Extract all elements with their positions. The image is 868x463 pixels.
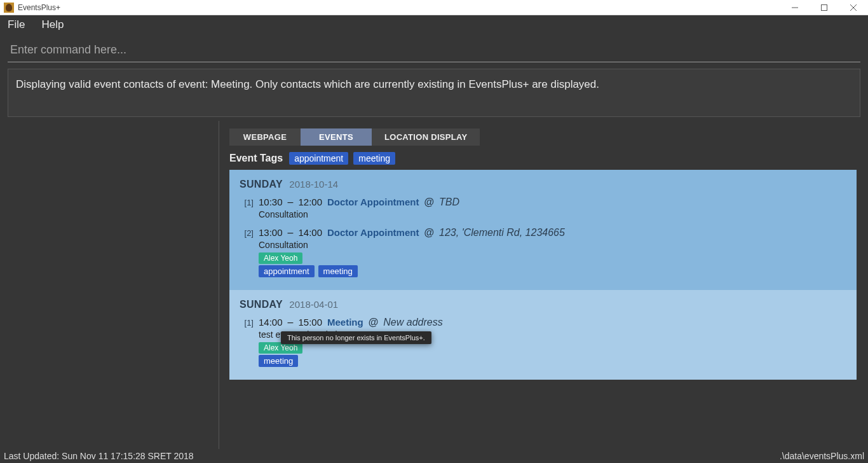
menu-help[interactable]: Help: [37, 17, 67, 32]
event-start: 14:00: [259, 317, 283, 328]
window-title: EventsPlus+: [18, 3, 60, 12]
event-tag-chip[interactable]: meeting: [259, 355, 298, 367]
status-message: Displaying valid event contacts of event…: [8, 69, 860, 117]
event-location: TBD: [439, 197, 459, 208]
event-item[interactable]: [1]10:30–12:00Doctor Appointment@TBDCons…: [229, 195, 857, 226]
minimize-icon: [792, 4, 798, 11]
status-area: Displaying valid event contacts of event…: [0, 65, 868, 121]
maximize-button[interactable]: [810, 0, 839, 15]
event-index: [2]: [240, 228, 254, 238]
event-title: Doctor Appointment: [327, 227, 419, 238]
app-icon: [4, 3, 14, 13]
svg-rect-1: [822, 4, 827, 10]
tab-webpage[interactable]: WEBPAGE: [229, 128, 301, 146]
event-start: 13:00: [259, 227, 283, 238]
events-list: SUNDAY 2018-10-14[1]10:30–12:00Doctor Ap…: [229, 170, 857, 380]
status-last-updated: Last Updated: Sun Nov 11 17:15:28 SRET 2…: [4, 451, 194, 461]
event-index: [1]: [240, 198, 254, 207]
day-section: SUNDAY 2018-10-14[1]10:30–12:00Doctor Ap…: [229, 170, 857, 290]
event-title: Meeting: [327, 317, 363, 328]
event-location: New address: [383, 317, 442, 328]
event-person-chip[interactable]: Alex Yeoh: [259, 252, 302, 264]
menubar: File Help: [0, 15, 868, 34]
day-name: SUNDAY: [240, 179, 283, 190]
window-titlebar: EventsPlus+: [0, 0, 868, 15]
event-start: 10:30: [259, 197, 283, 207]
main-split: WEBPAGE EVENTS LOCATION DISPLAY Event Ta…: [0, 121, 868, 449]
event-end: 12:00: [298, 197, 322, 207]
tabs: WEBPAGE EVENTS LOCATION DISPLAY: [229, 128, 857, 146]
event-end: 15:00: [298, 317, 322, 328]
status-data-path: .\data\eventsPlus.xml: [780, 451, 864, 461]
event-tag[interactable]: meeting: [353, 152, 395, 165]
menu-file[interactable]: File: [4, 17, 29, 32]
tab-events[interactable]: EVENTS: [301, 128, 372, 146]
event-tag-chip[interactable]: appointment: [259, 265, 315, 277]
tab-location-display[interactable]: LOCATION DISPLAY: [372, 128, 480, 146]
maximize-icon: [821, 4, 827, 11]
close-icon: [850, 4, 857, 11]
event-item[interactable]: [2]13:00–14:00Doctor Appointment@123, 'C…: [229, 226, 857, 282]
right-pane: WEBPAGE EVENTS LOCATION DISPLAY Event Ta…: [219, 121, 868, 449]
event-tags-label: Event Tags: [229, 153, 283, 164]
event-title: Doctor Appointment: [327, 197, 419, 207]
left-pane: [0, 121, 219, 449]
minimize-button[interactable]: [780, 0, 810, 15]
day-date: 2018-04-01: [289, 299, 338, 310]
event-tag[interactable]: appointment: [289, 152, 348, 165]
event-tag-chip[interactable]: meeting: [318, 265, 358, 277]
tooltip-invalid-person: This person no longer exists in EventsPl…: [281, 331, 431, 344]
day-date: 2018-10-14: [289, 179, 338, 190]
day-header: SUNDAY 2018-10-14: [229, 176, 857, 195]
event-tags-row: Event Tags appointmentmeeting: [229, 152, 857, 165]
command-area: [0, 34, 868, 65]
close-button[interactable]: [839, 0, 868, 15]
event-index: [1]: [240, 318, 254, 328]
command-input[interactable]: [8, 39, 860, 62]
day-name: SUNDAY: [240, 299, 283, 310]
statusbar: Last Updated: Sun Nov 11 17:15:28 SRET 2…: [0, 449, 868, 463]
event-description: Consultation: [259, 208, 846, 221]
event-end: 14:00: [298, 227, 322, 238]
day-header: SUNDAY 2018-04-01: [229, 296, 857, 315]
event-location: 123, 'Clementi Rd, 1234665: [439, 227, 565, 238]
event-description: Consultation: [259, 238, 846, 251]
